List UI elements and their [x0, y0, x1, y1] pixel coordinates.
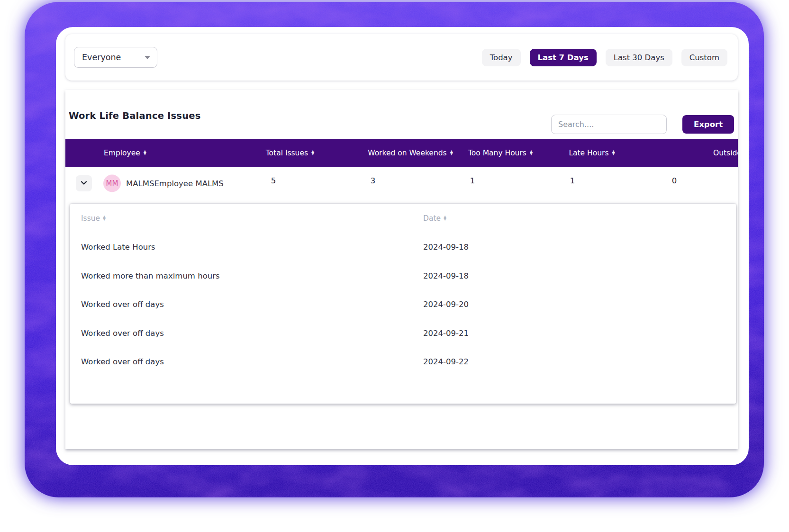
late-hours-value: 1: [570, 176, 575, 185]
issue-date: 2024-09-21: [423, 328, 469, 337]
work-life-balance-card: Work Life Balance Issues Export Employee…: [65, 90, 738, 449]
sort-icon[interactable]: ▲▼: [311, 151, 314, 155]
date-filter-last-30-days[interactable]: Last 30 Days: [606, 49, 672, 66]
subtable-column-date[interactable]: Date ▲▼: [423, 211, 446, 226]
date-filter-today[interactable]: Today: [482, 49, 521, 66]
date-filter-custom[interactable]: Custom: [681, 49, 727, 66]
issue-date: 2024-09-22: [423, 357, 469, 366]
column-header-too-many-hours[interactable]: Too Many Hours ▲▼: [468, 149, 533, 157]
avatar: MM: [103, 174, 121, 192]
issue-label: Worked Late Hours: [81, 243, 155, 252]
date-range-group: Today Last 7 Days Last 30 Days Custom: [482, 49, 727, 66]
chevron-down-icon: [81, 181, 87, 185]
audience-select-value: Everyone: [82, 53, 121, 62]
too-many-hours-value: 1: [470, 176, 475, 185]
audience-select[interactable]: Everyone: [74, 47, 157, 68]
table-row[interactable]: MM MALMSEmployee MALMS 5 3 1 1 0: [65, 167, 738, 199]
issue-label: Worked over off days: [81, 328, 164, 337]
subtable-column-issue[interactable]: Issue ▲▼: [81, 211, 106, 226]
expand-row-button[interactable]: [76, 175, 92, 191]
column-header-worked-on-weekends[interactable]: Worked on Weekends ▲▼: [368, 149, 453, 157]
issue-label: Worked over off days: [81, 300, 164, 309]
total-issues-value: 5: [271, 176, 276, 185]
filter-bar: Everyone Today Last 7 Days Last 30 Days …: [65, 34, 738, 81]
table-header: Employee ▲▼ Total Issues ▲▼ Worked on We…: [65, 139, 738, 167]
issue-row: Worked over off days 2024-09-22: [70, 347, 736, 376]
issue-date: 2024-09-18: [423, 243, 469, 252]
sort-icon[interactable]: ▲▼: [530, 151, 533, 155]
issue-label: Worked more than maximum hours: [81, 271, 220, 280]
issue-date: 2024-09-18: [423, 271, 469, 280]
sort-icon[interactable]: ▲▼: [612, 151, 615, 155]
issue-date: 2024-09-20: [423, 300, 469, 309]
page: Everyone Today Last 7 Days Last 30 Days …: [0, 0, 789, 532]
page-title: Work Life Balance Issues: [69, 110, 201, 121]
sort-icon[interactable]: ▲▼: [103, 216, 106, 221]
export-button[interactable]: Export: [682, 115, 734, 134]
sort-icon[interactable]: ▲▼: [450, 151, 453, 155]
column-header-employee[interactable]: Employee ▲▼: [104, 149, 146, 157]
column-header-total-issues[interactable]: Total Issues ▲▼: [266, 149, 314, 157]
sort-icon[interactable]: ▲▼: [444, 216, 446, 221]
issue-row: Worked over off days 2024-09-20: [70, 290, 736, 319]
column-header-late-hours[interactable]: Late Hours ▲▼: [569, 149, 615, 157]
column-header-outside-working-hours[interactable]: Outside Working Hours: [713, 149, 738, 157]
issue-row: Worked Late Hours 2024-09-18: [70, 233, 736, 261]
date-filter-last-7-days[interactable]: Last 7 Days: [530, 49, 597, 66]
search-input[interactable]: [551, 115, 667, 134]
issue-row: Worked over off days 2024-09-21: [70, 319, 736, 348]
outside-working-hours-value: 0: [672, 176, 677, 185]
chevron-down-icon: [145, 56, 150, 59]
issue-label: Worked over off days: [81, 357, 164, 366]
employee-name: MALMSEmployee MALMS: [126, 179, 224, 188]
sort-icon[interactable]: ▲▼: [144, 151, 146, 155]
worked-on-weekends-value: 3: [371, 176, 376, 185]
issues-list: Worked Late Hours 2024-09-18 Worked more…: [70, 233, 736, 376]
issues-subpanel: Issue ▲▼ Date ▲▼ Worked Late Hours 2024-…: [70, 204, 736, 404]
issue-row: Worked more than maximum hours 2024-09-1…: [70, 261, 736, 290]
